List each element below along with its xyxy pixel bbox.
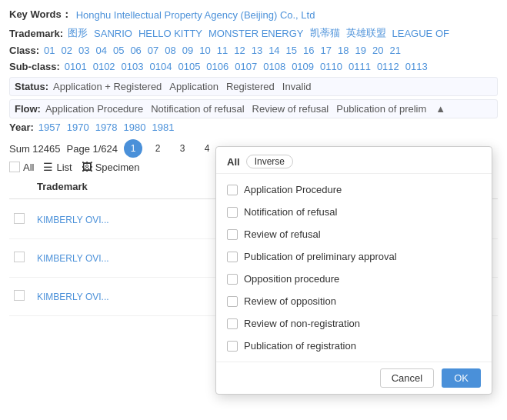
class-tag-17[interactable]: 17 [321,45,332,56]
dropdown-item-6[interactable]: Review of non-registration [216,312,492,335]
trademark-tag-0[interactable]: 图形 [68,26,88,40]
td-check-0[interactable] [9,210,32,229]
subclass-tag-0103[interactable]: 0103 [122,61,144,72]
year-tag-0[interactable]: 1957 [38,122,61,133]
page-btn-4[interactable]: 4 [198,139,216,158]
class-tag-14[interactable]: 14 [269,45,279,56]
dropdown-item-3[interactable]: Publication of preliminary approval [216,245,492,268]
subclass-tag-0101[interactable]: 0101 [65,61,87,72]
dropdown-footer: Cancel OK [216,362,492,394]
item-label-5: Review of opposition [244,295,336,307]
class-tag-04[interactable]: 04 [95,45,106,56]
row-checkbox-1[interactable] [14,252,25,262]
year-tag-1[interactable]: 1970 [67,122,89,133]
flow-tag-3[interactable]: Publication of prelim [336,103,426,115]
class-tag-07[interactable]: 07 [148,45,158,56]
item-checkbox-4[interactable] [227,274,238,285]
subclass-tag-0108[interactable]: 0108 [263,61,285,72]
keyword-value: Honghu Intellectual Property Agency (Bei… [76,9,315,21]
class-tag-16[interactable]: 16 [303,45,314,56]
inverse-button[interactable]: Inverse [246,155,293,168]
page-btn-1[interactable]: 1 [124,139,142,158]
trademark-tag-3[interactable]: MONSTER ENERGY [208,28,304,39]
class-tag-11[interactable]: 11 [217,45,228,56]
class-tag-13[interactable]: 13 [252,45,262,56]
class-tag-21[interactable]: 21 [389,45,400,56]
class-tag-09[interactable]: 09 [182,45,193,56]
class-tag-06[interactable]: 06 [130,45,141,56]
td-trademark-1[interactable]: KIMBERLY OVI... [32,250,219,267]
dropdown-item-1[interactable]: Notification of refusal [216,201,492,223]
specimen-icon: 🖼 [82,161,92,173]
class-tag-18[interactable]: 18 [338,45,349,56]
class-tag-03[interactable]: 03 [78,45,89,56]
class-tag-10[interactable]: 10 [199,45,210,56]
dropdown-item-7[interactable]: Publication of registration [216,335,492,357]
year-tag-2[interactable]: 1978 [95,122,118,133]
specimen-label: Specimen [95,162,140,173]
view-all[interactable]: All [9,162,34,173]
status-tag-1[interactable]: Application [169,81,218,92]
subclass-tag-0111[interactable]: 0111 [349,61,371,72]
status-tag-2[interactable]: Registered [226,81,275,92]
ok-button[interactable]: OK [442,368,481,388]
item-checkbox-0[interactable] [227,185,238,195]
dropdown-item-0[interactable]: Application Procedure [216,178,492,201]
th-check [9,178,32,195]
class-tag-19[interactable]: 19 [355,45,365,56]
class-tag-01[interactable]: 01 [44,45,55,56]
subclass-tag-0105[interactable]: 0105 [178,61,200,72]
all-checkbox[interactable] [9,162,20,172]
td-check-1[interactable] [9,248,32,268]
subclass-tag-0109[interactable]: 0109 [292,61,314,72]
subclass-tag-0107[interactable]: 0107 [235,61,257,72]
trademark-label: Trademark: [9,28,63,39]
subclass-tag-0102[interactable]: 0102 [93,61,115,72]
row-checkbox-2[interactable] [14,290,25,301]
status-tag-3[interactable]: Invalid [282,81,312,92]
trademark-tag-6[interactable]: LEAGUE OF [392,28,449,39]
year-tag-3[interactable]: 1980 [124,122,146,133]
dropdown-item-5[interactable]: Review of opposition [216,290,492,312]
trademark-tag-4[interactable]: 凯蒂猫 [310,26,340,40]
subclass-tag-0113[interactable]: 0113 [405,61,428,72]
dropdown-item-2[interactable]: Review of refusal [216,223,492,245]
page-btn-2[interactable]: 2 [148,139,167,158]
flow-tag-1[interactable]: Notification of refusal [151,103,244,115]
subclass-tag-0104[interactable]: 0104 [150,61,172,72]
year-tag-4[interactable]: 1981 [152,122,175,133]
item-checkbox-2[interactable] [227,229,238,240]
view-list[interactable]: ☰ List [43,161,72,173]
flow-tag-0[interactable]: Application Procedure [45,103,143,115]
class-tag-12[interactable]: 12 [234,45,245,56]
collapse-button[interactable]: ▲ [432,103,449,115]
class-tag-15[interactable]: 15 [286,45,297,56]
row-checkbox-0[interactable] [14,213,25,224]
status-label: Status: [15,81,48,92]
subclass-tag-0112[interactable]: 0112 [377,61,399,72]
class-tag-02[interactable]: 02 [62,45,72,56]
class-tag-05[interactable]: 05 [113,45,124,56]
td-trademark-0[interactable]: KIMBERLY OVI... [32,212,219,228]
status-tag-0[interactable]: Application + Registered [53,81,162,92]
trademark-tag-2[interactable]: HELLO KITTY [138,28,202,39]
dropdown-item-4[interactable]: Opposition procedure [216,268,492,290]
page-btn-3[interactable]: 3 [173,139,192,158]
item-checkbox-3[interactable] [227,252,238,262]
class-tag-08[interactable]: 08 [165,45,175,56]
flow-tag-2[interactable]: Review of refusal [252,103,329,115]
subclass-tag-0110[interactable]: 0110 [320,61,342,72]
item-checkbox-7[interactable] [227,341,238,352]
item-checkbox-1[interactable] [227,207,238,218]
flow-label: Flow: [15,103,41,115]
trademark-tag-1[interactable]: SANRIO [94,28,132,39]
td-check-2[interactable] [9,287,32,306]
td-trademark-2[interactable]: KIMBERLY OVI... [32,288,219,305]
item-checkbox-5[interactable] [227,296,238,307]
item-checkbox-6[interactable] [227,318,238,329]
trademark-tag-5[interactable]: 英雄联盟 [346,26,386,40]
cancel-button[interactable]: Cancel [380,368,434,388]
subclass-tag-0106[interactable]: 0106 [206,61,228,72]
view-specimen[interactable]: 🖼 Specimen [82,161,140,173]
class-tag-20[interactable]: 20 [372,45,383,56]
